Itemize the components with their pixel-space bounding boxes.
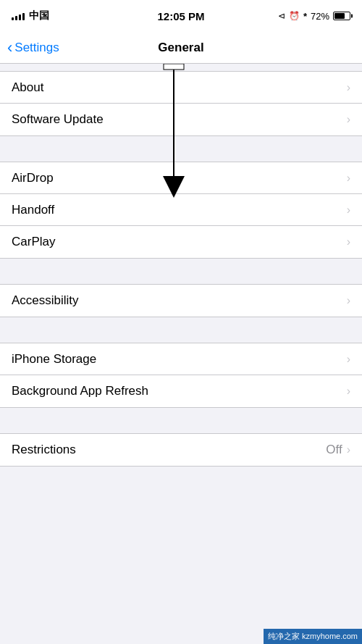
row-restrictions-right: Off › xyxy=(326,443,350,457)
watermark: 纯净之家 kzmyhome.com xyxy=(264,629,362,644)
status-bar: 中国 12:05 PM ⊲ ⏰ * 72% xyxy=(0,0,362,32)
row-about-label: About xyxy=(12,80,43,95)
row-background-app-refresh-right: › xyxy=(347,385,350,398)
row-carplay[interactable]: CarPlay › xyxy=(0,226,362,258)
alarm-icon: ⏰ xyxy=(289,11,300,21)
chevron-right-icon: › xyxy=(347,353,350,366)
row-accessibility-label: Accessibility xyxy=(12,293,79,308)
signal-bar-4 xyxy=(22,13,25,20)
row-handoff-right: › xyxy=(347,204,350,217)
location-icon: ⊲ xyxy=(278,11,285,21)
settings-group-1: About › Software Update › xyxy=(0,71,362,136)
row-background-app-refresh-label: Background App Refresh xyxy=(12,384,148,398)
spacer-3 xyxy=(0,317,362,343)
row-airdrop-label: AirDrop xyxy=(12,171,54,185)
battery-fill xyxy=(334,13,345,19)
spacer-2 xyxy=(0,259,362,284)
status-bar-right: ⊲ ⏰ * 72% xyxy=(278,11,350,22)
bottom-spacer xyxy=(0,467,362,495)
settings-group-3: Accessibility › xyxy=(0,284,362,317)
row-about[interactable]: About › xyxy=(0,72,362,104)
row-handoff-label: Handoff xyxy=(12,203,54,217)
row-accessibility[interactable]: Accessibility › xyxy=(0,285,362,317)
bluetooth-icon: * xyxy=(303,11,307,22)
row-iphone-storage-label: iPhone Storage xyxy=(12,352,96,367)
row-software-update[interactable]: Software Update › xyxy=(0,104,362,135)
row-about-right: › xyxy=(347,81,350,94)
row-handoff[interactable]: Handoff › xyxy=(0,194,362,226)
row-iphone-storage[interactable]: iPhone Storage › xyxy=(0,343,362,375)
battery-icon xyxy=(333,12,350,20)
chevron-right-icon: › xyxy=(347,385,350,398)
signal-bar-1 xyxy=(12,17,14,20)
page-title: General xyxy=(158,41,203,55)
row-software-update-label: Software Update xyxy=(12,112,104,127)
status-bar-left: 中国 xyxy=(12,9,49,22)
row-airdrop[interactable]: AirDrop › xyxy=(0,162,362,194)
page-wrapper: 中国 12:05 PM ⊲ ⏰ * 72% ‹ Settings General xyxy=(0,0,362,495)
signal-bar-3 xyxy=(19,14,21,20)
back-label: Settings xyxy=(14,41,59,55)
settings-group-4: iPhone Storage › Background App Refresh … xyxy=(0,343,362,408)
status-bar-time: 12:05 PM xyxy=(157,10,204,22)
chevron-right-icon: › xyxy=(347,235,350,248)
row-carplay-label: CarPlay xyxy=(12,235,55,249)
row-restrictions-label: Restrictions xyxy=(12,443,76,457)
chevron-right-icon: › xyxy=(347,113,350,126)
row-airdrop-right: › xyxy=(347,172,350,185)
settings-group-2: AirDrop › Handoff › CarPlay › xyxy=(0,162,362,259)
signal-bars xyxy=(12,12,25,20)
row-iphone-storage-right: › xyxy=(347,353,350,366)
row-restrictions-value: Off xyxy=(326,443,342,457)
nav-bar: ‹ Settings General xyxy=(0,32,362,64)
row-carplay-right: › xyxy=(347,235,350,248)
spacer-1 xyxy=(0,136,362,162)
back-button[interactable]: ‹ Settings xyxy=(7,40,59,56)
spacer-4 xyxy=(0,408,362,433)
chevron-right-icon: › xyxy=(347,81,350,94)
signal-bar-2 xyxy=(15,16,17,20)
row-software-update-right: › xyxy=(347,113,350,126)
chevron-right-icon: › xyxy=(347,294,350,307)
top-spacer xyxy=(0,64,362,71)
chevron-right-icon: › xyxy=(347,172,350,185)
row-accessibility-right: › xyxy=(347,294,350,307)
settings-group-5: Restrictions Off › xyxy=(0,433,362,467)
row-background-app-refresh[interactable]: Background App Refresh › xyxy=(0,375,362,407)
chevron-right-icon: › xyxy=(347,204,350,217)
back-chevron-icon: ‹ xyxy=(7,40,12,56)
chevron-right-icon: › xyxy=(347,443,350,456)
battery-percent: 72% xyxy=(311,11,329,22)
row-restrictions[interactable]: Restrictions Off › xyxy=(0,434,362,466)
carrier-label: 中国 xyxy=(29,9,49,22)
